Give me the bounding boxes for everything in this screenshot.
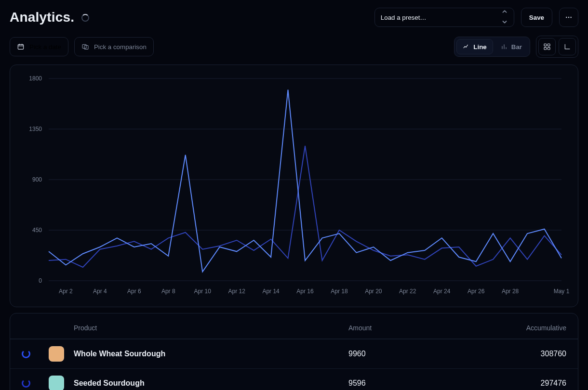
- svg-rect-8: [544, 47, 547, 50]
- col-accumulative: Accumulative: [460, 324, 566, 332]
- svg-rect-3: [18, 44, 23, 49]
- svg-point-2: [570, 17, 571, 18]
- chart-bar-icon: [501, 43, 508, 50]
- svg-text:Apr 14: Apr 14: [262, 288, 280, 295]
- series-ring-icon: [22, 379, 30, 388]
- svg-text:Apr 2: Apr 2: [59, 288, 73, 295]
- preset-placeholder: Load a preset…: [381, 14, 427, 21]
- table-row[interactable]: Whole Wheat Sourdough9960308760: [10, 339, 578, 368]
- view-axes-button[interactable]: [559, 38, 576, 55]
- product-name: Whole Wheat Sourdough: [74, 350, 343, 358]
- svg-rect-6: [544, 44, 547, 46]
- svg-point-1: [568, 17, 569, 18]
- title-text: Analytics.: [10, 10, 74, 25]
- chart-line-icon: [463, 43, 469, 50]
- product-name: Seeded Sourdough: [74, 379, 343, 388]
- svg-text:Apr 6: Apr 6: [127, 288, 141, 295]
- accumulative-value: 297476: [460, 379, 566, 388]
- amount-value: 9596: [348, 379, 454, 388]
- view-grid-button[interactable]: [538, 38, 556, 55]
- comparison-picker[interactable]: Pick a comparison: [74, 37, 154, 56]
- table-row[interactable]: Seeded Sourdough9596297476: [10, 368, 578, 390]
- svg-rect-7: [548, 44, 550, 46]
- date-picker[interactable]: Pick a date: [10, 37, 68, 56]
- svg-text:450: 450: [32, 227, 42, 234]
- chart-type-line[interactable]: Line: [456, 39, 493, 54]
- product-thumb: [49, 376, 64, 390]
- svg-text:Apr 20: Apr 20: [365, 288, 382, 295]
- product-thumb: [49, 346, 64, 362]
- calendar-icon: [17, 43, 25, 51]
- svg-text:Apr 26: Apr 26: [468, 288, 485, 295]
- svg-text:1800: 1800: [29, 75, 42, 82]
- svg-text:Apr 24: Apr 24: [433, 288, 451, 295]
- preset-select[interactable]: Load a preset…: [374, 8, 514, 27]
- comparison-picker-label: Pick a comparison: [94, 43, 147, 51]
- col-product: Product: [74, 324, 343, 332]
- svg-text:900: 900: [32, 176, 42, 183]
- svg-text:0: 0: [39, 277, 42, 284]
- chevron-updown-icon: [501, 10, 508, 25]
- svg-text:Apr 22: Apr 22: [399, 288, 416, 295]
- product-table: Product Amount Accumulative Whole Wheat …: [10, 313, 578, 390]
- svg-text:Apr 28: Apr 28: [502, 288, 519, 295]
- svg-text:Apr 18: Apr 18: [331, 288, 348, 295]
- loading-spinner-icon: [81, 14, 89, 22]
- save-button[interactable]: Save: [521, 8, 552, 27]
- chart-card: 045090013501800Apr 2Apr 4Apr 6Apr 8Apr 1…: [10, 65, 578, 307]
- chart-type-segmented: Line Bar: [454, 37, 530, 57]
- more-button[interactable]: [559, 8, 578, 27]
- view-mode: [536, 36, 578, 58]
- svg-point-0: [566, 17, 567, 18]
- svg-text:Apr 16: Apr 16: [296, 288, 314, 295]
- axes-icon: [563, 43, 571, 51]
- svg-text:Apr 4: Apr 4: [93, 288, 107, 295]
- calendar-range-icon: [81, 43, 89, 51]
- svg-rect-9: [548, 47, 550, 50]
- series-ring-icon: [22, 350, 30, 358]
- accumulative-value: 308760: [460, 350, 566, 358]
- amount-value: 9960: [348, 350, 454, 358]
- page-title: Analytics.: [10, 10, 89, 25]
- chart-type-bar[interactable]: Bar: [495, 39, 528, 54]
- date-picker-label: Pick a date: [29, 43, 61, 51]
- svg-text:Apr 8: Apr 8: [161, 288, 175, 295]
- svg-text:Apr 10: Apr 10: [194, 288, 212, 295]
- dots-horizontal-icon: [565, 13, 573, 21]
- line-chart[interactable]: 045090013501800Apr 2Apr 4Apr 6Apr 8Apr 1…: [22, 74, 566, 300]
- grid-icon: [543, 43, 551, 51]
- svg-text:Apr 12: Apr 12: [228, 288, 245, 295]
- svg-text:May 1: May 1: [554, 288, 570, 295]
- col-amount: Amount: [348, 324, 454, 332]
- svg-text:1350: 1350: [29, 126, 42, 132]
